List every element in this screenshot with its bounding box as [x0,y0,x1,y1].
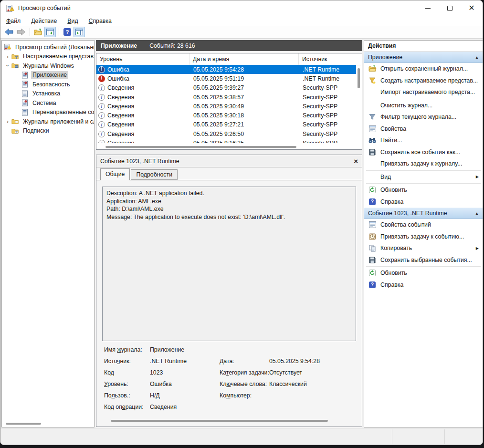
center-panel: Приложение Событий: 28 616 Уровень Дата … [96,40,362,427]
action-attach-task-to-event[interactable]: Привязать задачу к событию... [364,231,483,243]
field-date-value: 05.05.2025 9:54:28 [269,358,320,365]
event-row[interactable]: !Ошибка 05.05.2025 9:51:19 .NET Runtime [96,74,356,83]
forward-button[interactable] [15,27,27,37]
toolbar-separator [30,28,30,36]
open-folder-icon [34,29,42,36]
event-row[interactable]: iСведения 05.05.2025 9:30:49 Security-SP… [96,102,356,111]
filter-icon [368,113,377,121]
event-row[interactable]: iСведения 05.05.2025 9:30:18 Security-SP… [96,111,356,120]
folder-table-icon [11,127,19,135]
tab-details[interactable]: Подробности [131,169,178,180]
actions-section-event[interactable]: Событие 1023, .NET Runtime ▲ [364,208,483,219]
event-date: 05.05.2025 9:16:25 [189,140,299,143]
action-filter-current-log[interactable]: Фильтр текущего журнала... [364,111,483,123]
collapse-icon[interactable]: ▲ [475,211,479,216]
menu-bar: Файл Действие Вид Справка [0,16,483,26]
chevron-collapsed-icon[interactable]: › [4,53,11,60]
action-open-saved-log[interactable]: Открыть сохраненный журнал... [364,63,483,75]
help-icon: ? [368,198,377,206]
hscroll-thumb[interactable] [105,146,296,148]
event-row[interactable]: iСведения 05.05.2025 9:27:21 Security-SP… [96,120,356,129]
tree-item-setup[interactable]: Установка [2,89,94,99]
open-saved-log-button[interactable] [32,27,44,37]
action-find[interactable]: Найти... [364,135,483,146]
action-save-all-events[interactable]: Сохранить все события как... [364,146,483,158]
action-save-selected-events[interactable]: Сохранить выбранные события... [364,254,483,266]
event-date: 05.05.2025 9:30:49 [189,103,299,110]
back-arrow-icon [5,29,13,35]
action-view[interactable]: Вид ▶ [364,171,483,183]
action-import-custom-view[interactable]: Импорт настраиваемого предста... [364,86,483,98]
maximize-icon [447,6,452,11]
action-refresh[interactable]: Обновить [364,184,483,196]
close-button[interactable]: ✕ [461,0,483,16]
detail-close-button[interactable]: × [354,157,358,165]
event-level: Сведения [107,131,134,137]
tree-item-forwarded-events[interactable]: Перенаправленные события [2,108,94,117]
tree-item-application[interactable]: Приложение [2,71,94,80]
tree-item-custom-views[interactable]: › Настраиваемые представления [2,52,94,62]
action-properties[interactable]: Свойства [364,123,483,135]
event-list-vertical-scrollbar[interactable] [357,65,361,143]
action-help-event[interactable]: ? Справка [364,279,483,291]
minimize-button[interactable] [417,0,439,16]
tree-item-windows-logs[interactable]: › Журналы Windows [2,61,94,71]
toolbar-separator [59,28,59,36]
action-help[interactable]: ? Справка [364,196,483,208]
column-source[interactable]: Источник [299,53,362,65]
event-row[interactable]: iСведения 05.05.2025 9:38:57 Security-SP… [96,93,356,102]
action-attach-task-to-log[interactable]: Привязать задачу к журналу... [364,158,483,170]
tree-horizontal-scrollbar[interactable] [4,421,92,426]
tree-item-app-service-logs[interactable]: › Журналы приложений и служб [2,117,94,126]
actions-separator [366,183,481,184]
menu-view[interactable]: Вид [67,18,78,24]
event-row[interactable]: iСведения 05.05.2025 9:39:27 Security-SP… [96,83,356,93]
chevron-collapsed-icon[interactable]: › [4,118,11,125]
action-event-properties[interactable]: Свойства событий [364,219,483,231]
tree-root-event-viewer[interactable]: Просмотр событий (Локальный) [2,42,94,52]
event-row-selected[interactable]: !Ошибка 05.05.2025 9:54:28 .NET Runtime [96,65,356,74]
action-label: Справка [380,198,403,205]
detail-hscroll-thumb[interactable] [111,420,328,422]
minimize-icon [425,8,431,9]
tree-item-system[interactable]: Система [2,98,94,108]
detail-horizontal-scrollbar[interactable] [107,418,351,423]
event-viewer-window: Просмотр событий ✕ Файл Действие Вид Спр… [0,0,483,445]
field-opcode-label: Код операции: [104,404,144,410]
action-refresh-event[interactable]: Обновить [364,267,483,279]
info-icon: i [98,103,105,110]
tree-item-subscriptions[interactable]: › Подписки [2,126,94,136]
event-row[interactable]: iСведения 05.05.2025 9:26:50 Security-SP… [96,129,356,138]
menu-action[interactable]: Действие [31,18,57,24]
toggle-console-tree-button[interactable] [44,27,56,37]
tree-item-security[interactable]: Безопасность [2,80,94,89]
event-source: Security-SPP [299,94,356,101]
action-copy[interactable]: Копировать ▶ [364,242,483,254]
tree-item-label: Перенаправленные события [31,108,95,116]
actions-section-application[interactable]: Приложение ▲ [364,52,483,63]
field-task-category-label: Категория задачи: [220,369,269,376]
action-label: Создать настраиваемое представ... [380,77,478,84]
tree-hscroll-thumb[interactable] [6,423,41,425]
event-source: .NET Runtime [299,66,356,73]
event-source: Security-SPP [299,103,356,110]
toggle-action-pane-button[interactable] [74,27,85,37]
help-button[interactable]: ? [62,27,73,37]
vscroll-thumb[interactable] [358,68,360,88]
collapse-icon[interactable]: ▲ [475,55,479,60]
open-folder-icon [368,65,377,73]
action-clear-log[interactable]: Очистить журнал... [364,100,483,112]
help-icon: ? [368,281,377,289]
back-button[interactable] [3,27,15,37]
column-datetime[interactable]: Дата и время [189,53,299,65]
tab-general[interactable]: Общие [100,168,130,180]
maximize-button[interactable] [439,0,461,16]
event-count: Событий: 28 616 [149,42,195,49]
menu-help[interactable]: Справка [89,18,112,24]
chevron-expanded-icon[interactable]: › [4,62,11,70]
event-list-horizontal-scrollbar[interactable] [98,144,354,149]
action-create-custom-view[interactable]: Создать настраиваемое представ... [364,75,483,87]
menu-file[interactable]: Файл [6,18,21,24]
column-level[interactable]: Уровень [96,53,189,65]
event-row[interactable]: iСведения 05.05.2025 9:16:25 Security-SP… [96,138,356,143]
